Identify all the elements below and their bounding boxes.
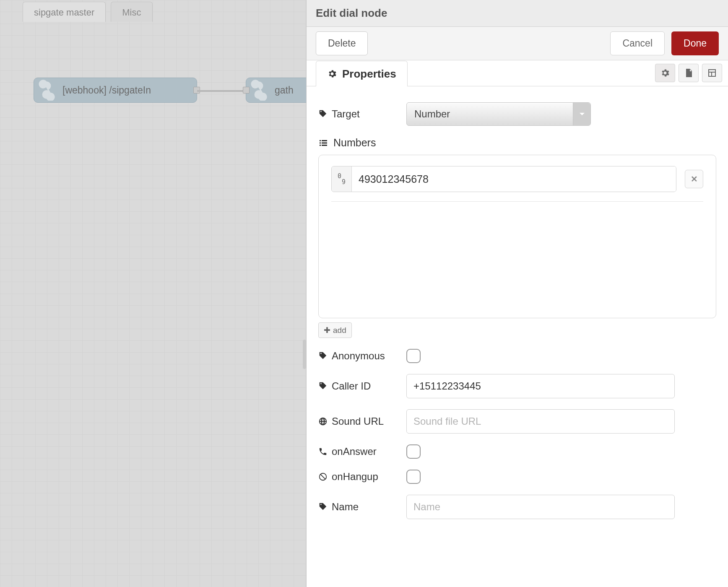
caller-id-input[interactable]: [406, 374, 675, 398]
label-caller-id-text: Caller ID: [332, 380, 371, 392]
edit-panel: Edit dial node Delete Cancel Done Proper…: [306, 0, 728, 587]
remove-number-button[interactable]: ✕: [685, 170, 703, 188]
document-icon: [684, 68, 694, 78]
number-row: ✕: [331, 166, 703, 202]
cancel-button[interactable]: Cancel: [610, 31, 665, 55]
label-numbers-text: Numbers: [333, 137, 376, 149]
label-numbers: Numbers: [318, 137, 716, 149]
list-icon: [318, 138, 328, 148]
row-anonymous: Anonymous: [318, 349, 716, 363]
label-onanswer: onAnswer: [318, 446, 406, 457]
gear-icon: [660, 68, 670, 78]
chevron-down-icon: [573, 103, 590, 125]
panel-splitter[interactable]: [303, 340, 306, 369]
row-target: Target Number: [318, 102, 716, 126]
anonymous-toggle[interactable]: [406, 349, 421, 363]
label-caller-id: Caller ID: [318, 380, 406, 392]
node-input-port[interactable]: [243, 87, 250, 94]
onhangup-toggle[interactable]: [406, 470, 421, 484]
flow-tabs: sipgate master Misc: [23, 2, 153, 22]
tab-properties[interactable]: Properties: [316, 61, 408, 86]
tag-icon: [318, 382, 328, 391]
number-input-wrap: [331, 166, 676, 192]
close-icon: ✕: [691, 174, 698, 184]
label-anonymous: Anonymous: [318, 350, 406, 362]
layout-icon: [707, 68, 717, 78]
form-body: Target Number Numbers: [307, 86, 728, 587]
label-onanswer-text: onAnswer: [332, 446, 377, 457]
onanswer-toggle[interactable]: [406, 444, 421, 459]
label-sound-url: Sound URL: [318, 416, 406, 427]
gear-icon: [327, 69, 337, 79]
target-dropdown-value: Number: [414, 108, 450, 120]
flow-tab-sipgate-master[interactable]: sipgate master: [23, 2, 106, 22]
row-name: Name: [318, 495, 716, 519]
target-dropdown[interactable]: Number: [406, 102, 591, 126]
ban-icon: [318, 472, 328, 481]
globe-icon: [318, 417, 328, 426]
add-number-button[interactable]: ✚ add: [318, 322, 352, 338]
panel-title: Edit dial node: [316, 7, 387, 20]
tag-icon: [318, 351, 328, 361]
label-onhangup: onHangup: [318, 471, 406, 483]
panel-actions: Delete Cancel Done: [307, 27, 728, 60]
label-name-text: Name: [332, 501, 359, 513]
node-appearance-button[interactable]: [702, 64, 722, 82]
tag-icon: [318, 502, 328, 512]
label-sound-url-text: Sound URL: [332, 416, 384, 427]
panel-header: Edit dial node: [307, 0, 728, 27]
tag-icon: [318, 109, 328, 119]
plus-icon: ✚: [324, 325, 330, 335]
row-caller-id: Caller ID: [318, 374, 716, 398]
row-onhangup: onHangup: [318, 470, 716, 484]
sound-url-input[interactable]: [406, 409, 675, 434]
label-name: Name: [318, 501, 406, 513]
number-input[interactable]: [352, 166, 676, 192]
label-target: Target: [318, 108, 406, 120]
node-webhook[interactable]: [webhook] /sipgateIn: [34, 78, 197, 103]
phone-icon: [318, 447, 328, 456]
row-sound-url: Sound URL: [318, 409, 716, 434]
tab-properties-label: Properties: [342, 68, 396, 81]
node-label: [webhook] /sipgateIn: [59, 85, 160, 96]
flow-canvas[interactable]: sipgate master Misc [webhook] /sipgateIn…: [0, 0, 306, 587]
node-icon: [248, 80, 269, 101]
node-icon: [36, 80, 57, 101]
label-anonymous-text: Anonymous: [332, 350, 385, 362]
delete-button[interactable]: Delete: [316, 31, 368, 55]
done-button[interactable]: Done: [671, 31, 719, 55]
number-type-icon: [332, 166, 352, 192]
wire[interactable]: [197, 90, 245, 92]
row-onanswer: onAnswer: [318, 444, 716, 459]
label-target-text: Target: [332, 108, 360, 120]
node-settings-button[interactable]: [655, 64, 675, 82]
node-label: gath: [271, 85, 303, 96]
add-number-label: add: [333, 326, 346, 335]
row-numbers: Numbers ✕ ✚ add: [318, 137, 716, 338]
numbers-list: ✕: [318, 155, 716, 318]
flow-tab-misc[interactable]: Misc: [111, 2, 152, 22]
label-onhangup-text: onHangup: [332, 471, 378, 483]
panel-tabs: Properties: [307, 60, 728, 86]
node-description-button[interactable]: [679, 64, 699, 82]
name-input[interactable]: [406, 495, 675, 519]
